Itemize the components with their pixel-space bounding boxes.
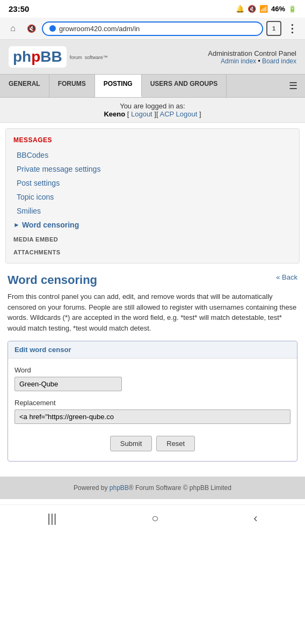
page-title: Word censoring [8,273,97,287]
nav-smilies[interactable]: Smilies [6,204,299,218]
url-text: growroom420.com/adm/in [59,25,256,33]
form-box-title: Edit word censor [8,341,297,358]
attachments-section: ATTACHMENTS [6,245,299,258]
admin-index-link[interactable]: Admin index [221,57,256,65]
phpbb-logo-text: phpBB [13,48,62,65]
form-box-body: Word Replacement Submit Reset [8,358,297,461]
phpbb-header: phpBB forum software™ Administration Con… [0,40,305,74]
main-content: Word censoring « Back From this control … [0,269,305,466]
submit-button[interactable]: Submit [110,436,152,451]
time-display: 23:50 [9,4,29,13]
url-bar[interactable]: growroom420.com/adm/in [42,21,263,36]
messages-section-title: MESSAGES [6,134,299,148]
more-options-button[interactable]: ⋮ [285,22,300,35]
phpbb-logo: phpBB forum software™ [9,46,108,68]
site-footer: Powered by phpBB® Forum Software © phpBB… [0,477,305,499]
replacement-field-group: Replacement [14,399,291,424]
nav-private-message-settings[interactable]: Private message settings [6,162,299,176]
mute-button[interactable]: 🔇 [24,21,39,36]
replacement-input[interactable] [14,409,291,424]
home-button[interactable]: ⌂ [5,21,20,36]
phpbb-header-right: Administration Control Panel Admin index… [208,49,296,65]
word-label: Word [14,366,291,374]
nav-tabs: GENERAL FORUMS POSTING USERS AND GROUPS … [0,74,305,98]
nav-topic-icons[interactable]: Topic icons [6,190,299,204]
tab-general[interactable]: GENERAL [0,75,49,97]
browser-bar: ⌂ 🔇 growroom420.com/adm/in 1 ⋮ [0,18,305,40]
phpbb-sub-text: forum software™ [70,55,108,61]
battery-display: 46% [271,5,285,13]
page-header-row: Word censoring « Back [8,273,297,287]
battery-icon [288,5,296,13]
status-bar: 23:50 46% [0,0,305,18]
tab-forums[interactable]: FORUMS [49,75,95,97]
phpbb-footer-link[interactable]: phpBB [110,484,129,492]
word-input[interactable] [14,377,122,391]
tab-posting[interactable]: POSTING [95,75,142,97]
nav-more-button[interactable]: ☰ [281,75,305,97]
login-bar: You are logged in as: Keeno [ Logout ][ … [0,98,305,123]
back-nav-button[interactable]: ||| [47,511,56,525]
nav-post-settings[interactable]: Post settings [6,176,299,190]
word-field-group: Word [14,366,291,391]
tab-users-groups[interactable]: USERS AND GROUPS [142,75,227,97]
side-nav: MESSAGES BBCodes Private message setting… [5,128,300,264]
wifi-icon [259,5,268,13]
acp-title: Administration Control Panel [208,49,296,57]
replacement-label: Replacement [14,399,291,407]
tab-count-button[interactable]: 1 [266,21,281,36]
form-buttons: Submit Reset [14,431,291,453]
home-nav-button[interactable]: ○ [151,511,158,525]
page-description: From this control panel you can add, edi… [8,291,297,333]
alarm-icon [236,5,244,13]
back-link[interactable]: « Back [276,273,297,281]
mute-icon [248,5,256,13]
media-embed-section: MEDIA EMBED [6,232,299,245]
board-index-link[interactable]: Board index [262,57,296,65]
nav-word-censoring-active[interactable]: ► Word censoring [6,218,299,232]
recent-apps-button[interactable]: ‹ [253,511,257,525]
logged-in-username: Keeno [104,110,125,118]
active-arrow-icon: ► [13,221,20,229]
logout-link[interactable]: Logout [131,110,152,118]
acp-logout-link[interactable]: ACP Logout [159,110,197,118]
reset-button[interactable]: Reset [156,436,195,451]
nav-bbcodes[interactable]: BBCodes [6,148,299,162]
bottom-nav-bar: ||| ○ ‹ [0,504,305,532]
form-box: Edit word censor Word Replacement Submit… [8,341,297,462]
